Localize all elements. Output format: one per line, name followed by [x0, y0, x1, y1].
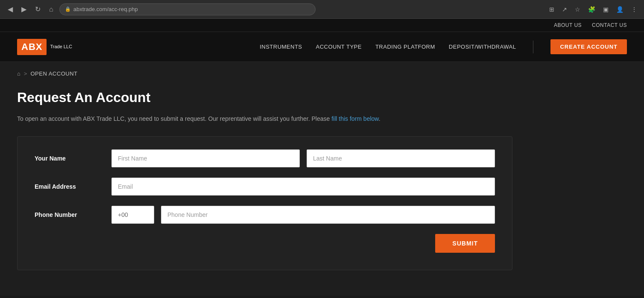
- browser-chrome: ◀ ▶ ↻ ⌂ 🔒 abxtrade.com/acc-req.php ⊞ ↗ ☆…: [0, 0, 644, 19]
- home-breadcrumb-icon[interactable]: ⌂: [17, 70, 20, 77]
- description-link[interactable]: fill this form below: [331, 115, 378, 122]
- submit-button[interactable]: SUBMIT: [435, 234, 495, 253]
- nav-trading-platform[interactable]: TRADING PLATFORM: [375, 44, 435, 50]
- top-bar: ABOUT US CONTACT US: [0, 19, 644, 32]
- sidebar-icon[interactable]: ▣: [601, 4, 610, 15]
- url-text: abxtrade.com/acc-req.php: [73, 6, 138, 12]
- menu-icon[interactable]: ⋮: [629, 4, 639, 15]
- form-container: Your Name Email Address Phone Number SUB…: [17, 136, 512, 270]
- nav-instruments[interactable]: INSTRUMENTS: [260, 44, 302, 50]
- nav-links: INSTRUMENTS ACCOUNT TYPE TRADING PLATFOR…: [260, 39, 627, 54]
- lock-icon: 🔒: [65, 6, 71, 12]
- bookmark-icon[interactable]: ☆: [573, 4, 582, 15]
- breadcrumb: ⌂ > OPEN ACCOUNT: [17, 70, 627, 77]
- back-button[interactable]: ◀: [5, 3, 15, 15]
- browser-actions: ⊞ ↗ ☆ 🧩 ▣ 👤 ⋮: [547, 4, 639, 15]
- navbar: ABX Trade LLC INSTRUMENTS ACCOUNT TYPE T…: [0, 32, 644, 62]
- screenshot-icon[interactable]: ⊞: [547, 4, 556, 15]
- phone-code-input[interactable]: [111, 206, 154, 224]
- home-button[interactable]: ⌂: [47, 4, 56, 15]
- logo-container: ABX Trade LLC: [17, 39, 72, 55]
- email-input[interactable]: [111, 178, 495, 196]
- about-us-link[interactable]: ABOUT US: [554, 22, 582, 28]
- page-title: Request An Account: [17, 90, 627, 105]
- phone-number-input[interactable]: [161, 206, 495, 224]
- name-fields: [111, 149, 495, 167]
- last-name-input[interactable]: [307, 149, 495, 167]
- phone-label: Phone Number: [35, 211, 103, 218]
- phone-fields: [111, 206, 495, 224]
- phone-row: Phone Number: [35, 206, 495, 224]
- email-row: Email Address: [35, 178, 495, 196]
- breadcrumb-current: OPEN ACCOUNT: [30, 70, 77, 77]
- form-actions: SUBMIT: [35, 234, 495, 253]
- first-name-input[interactable]: [111, 149, 300, 167]
- create-account-button[interactable]: CREATE ACCOUNT: [550, 39, 627, 54]
- profile-icon[interactable]: 👤: [615, 4, 625, 15]
- nav-divider: [533, 41, 533, 53]
- breadcrumb-separator: >: [24, 70, 27, 77]
- extensions-icon[interactable]: 🧩: [586, 4, 597, 15]
- email-label: Email Address: [35, 183, 103, 190]
- page-description: To open an account with ABX Trade LLC, y…: [17, 114, 627, 123]
- logo-subtext: Trade LLC: [50, 44, 72, 50]
- email-fields: [111, 178, 495, 196]
- logo-box[interactable]: ABX: [17, 39, 47, 55]
- name-row: Your Name: [35, 149, 495, 167]
- share-icon[interactable]: ↗: [560, 4, 569, 15]
- refresh-button[interactable]: ↻: [32, 3, 43, 15]
- nav-account-type[interactable]: ACCOUNT TYPE: [316, 44, 362, 50]
- nav-deposit-withdrawal[interactable]: DEPOSIT/WITHDRAWAL: [449, 44, 516, 50]
- your-name-label: Your Name: [35, 155, 103, 162]
- forward-button[interactable]: ▶: [19, 3, 29, 15]
- contact-us-link[interactable]: CONTACT US: [592, 22, 627, 28]
- page-content: ⌂ > OPEN ACCOUNT Request An Account To o…: [0, 62, 644, 296]
- address-bar[interactable]: 🔒 abxtrade.com/acc-req.php: [59, 3, 316, 15]
